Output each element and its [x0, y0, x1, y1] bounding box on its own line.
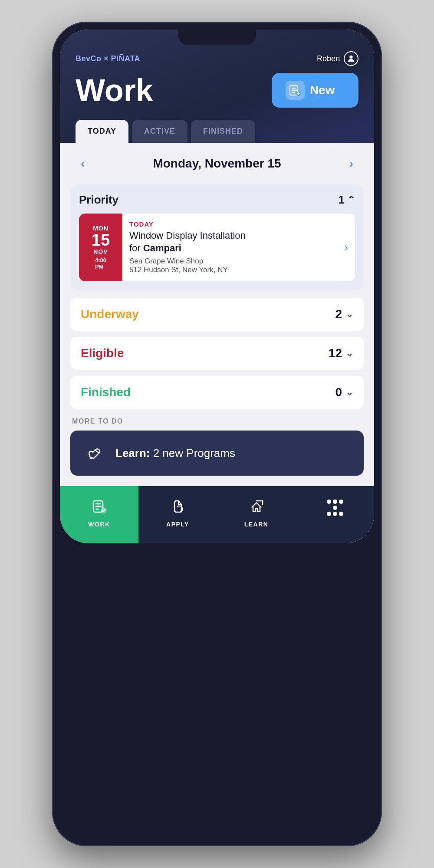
- new-button[interactable]: New: [272, 73, 358, 108]
- nav-work[interactable]: WORK: [60, 486, 138, 543]
- date-prev-button[interactable]: ‹: [74, 153, 92, 174]
- current-date: Monday, November 15: [153, 157, 281, 171]
- svg-point-0: [349, 56, 352, 59]
- tab-active[interactable]: ACTIVE: [132, 120, 187, 143]
- eligible-right: 12 ⌄: [329, 346, 353, 360]
- task-card[interactable]: MON 15 NOV 4:00 PM TODAY Window Display …: [79, 214, 355, 281]
- learn-card[interactable]: Learn: 2 new Programs: [70, 431, 364, 476]
- eligible-section[interactable]: Eligible 12 ⌄: [70, 337, 364, 370]
- task-info: TODAY Window Display Installation for Ca…: [122, 214, 337, 281]
- apply-nav-icon: [170, 498, 186, 517]
- main-content: ‹ Monday, November 15 › Priority 1 ⌃ MON: [60, 143, 374, 486]
- finished-title: Finished: [81, 385, 131, 399]
- task-title: Window Display Installation for Campari: [129, 230, 330, 254]
- user-info: Robert: [317, 51, 358, 66]
- more-to-do-label: MORE TO DO: [72, 418, 364, 425]
- new-button-label: New: [310, 83, 335, 97]
- badge-day-num: 15: [92, 232, 110, 248]
- badge-time: 4:00 PM: [95, 257, 106, 270]
- priority-header: Priority 1 ⌃: [79, 193, 355, 207]
- priority-chevron-icon: ⌃: [347, 194, 355, 206]
- underway-count: 2: [335, 307, 342, 321]
- task-chevron-icon[interactable]: ›: [337, 214, 355, 281]
- learn-icon: [82, 441, 107, 465]
- underway-section[interactable]: Underway 2 ⌄: [70, 298, 364, 331]
- learn-text: Learn: 2 new Programs: [115, 447, 235, 460]
- finished-right: 0 ⌄: [335, 385, 353, 399]
- more-dots-icon: [327, 500, 343, 516]
- nav-more[interactable]: [296, 486, 374, 543]
- page-title: Work: [76, 75, 153, 106]
- brand-name: BevCo: [76, 54, 102, 63]
- finished-chevron-icon: ⌄: [345, 387, 353, 398]
- task-address: 512 Hudson St, New York, NY: [129, 266, 330, 274]
- underway-title: Underway: [81, 307, 139, 321]
- task-date-badge: MON 15 NOV 4:00 PM: [79, 214, 122, 281]
- priority-title: Priority: [79, 193, 118, 207]
- learn-nav-icon: [249, 498, 264, 517]
- brand-separator: ×: [104, 54, 108, 63]
- user-name: Robert: [317, 54, 340, 63]
- app-header: BevCo × PIÑATA Robert Work: [60, 30, 374, 143]
- new-button-icon: [286, 81, 305, 100]
- phone-frame: BevCo × PIÑATA Robert Work: [52, 22, 382, 846]
- task-location: Sea Grape Wine Shop: [129, 257, 330, 266]
- badge-month: NOV: [93, 248, 108, 255]
- nav-work-label: WORK: [88, 521, 110, 528]
- nav-more-label: [334, 519, 336, 526]
- nav-apply-label: APPLY: [166, 521, 189, 528]
- eligible-count: 12: [329, 346, 342, 360]
- eligible-chevron-icon: ⌄: [345, 348, 353, 359]
- notch: [178, 30, 256, 45]
- priority-section: Priority 1 ⌃ MON 15 NOV 4:00 PM: [70, 184, 364, 290]
- tabs-row: TODAY ACTIVE FINISHED: [76, 120, 358, 143]
- nav-learn[interactable]: LEARN: [217, 486, 296, 543]
- phone-screen: BevCo × PIÑATA Robert Work: [60, 30, 374, 543]
- brand-logo: BevCo × PIÑATA: [76, 54, 140, 63]
- task-brand: Campari: [143, 243, 181, 253]
- finished-count: 0: [335, 385, 342, 399]
- underway-chevron-icon: ⌄: [345, 309, 353, 320]
- brand-partner: PIÑATA: [111, 54, 140, 63]
- priority-count[interactable]: 1 ⌃: [339, 193, 355, 207]
- work-nav-icon: [92, 498, 107, 517]
- svg-line-5: [95, 450, 99, 453]
- task-today-label: TODAY: [129, 220, 330, 228]
- nav-apply[interactable]: APPLY: [138, 486, 217, 543]
- tab-today[interactable]: TODAY: [76, 120, 128, 143]
- bottom-nav: WORK APPLY: [60, 486, 374, 543]
- date-nav: ‹ Monday, November 15 ›: [70, 143, 364, 184]
- nav-learn-label: LEARN: [244, 521, 269, 528]
- user-avatar[interactable]: [344, 51, 358, 66]
- eligible-title: Eligible: [81, 346, 124, 360]
- finished-section[interactable]: Finished 0 ⌄: [70, 376, 364, 409]
- tab-finished[interactable]: FINISHED: [191, 120, 255, 143]
- underway-right: 2 ⌄: [335, 307, 353, 321]
- date-next-button[interactable]: ›: [342, 153, 360, 174]
